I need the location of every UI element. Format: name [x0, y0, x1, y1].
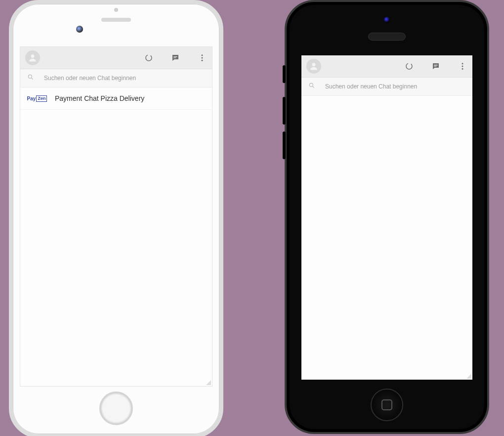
svg-point-0 [31, 54, 35, 58]
chat-list: PayZen Payment Chat Pizza Delivery [20, 87, 212, 386]
svg-point-5 [202, 57, 203, 59]
resize-handle-icon[interactable] [206, 380, 211, 385]
volume-up-button[interactable] [283, 97, 286, 125]
svg-rect-2 [173, 56, 177, 57]
volume-down-button[interactable] [283, 131, 286, 159]
front-camera [384, 17, 390, 23]
svg-line-8 [32, 78, 33, 80]
resize-handle-icon[interactable] [466, 374, 471, 379]
search-placeholder: Suchen oder neuen Chat beginnen [325, 83, 417, 90]
svg-point-14 [462, 66, 463, 67]
svg-point-9 [312, 63, 316, 66]
home-square-icon [381, 399, 392, 410]
chat-app-left: Suchen oder neuen Chat beginnen PayZen P… [20, 47, 212, 386]
svg-point-10 [406, 63, 412, 69]
menu-dots-icon[interactable] [458, 61, 467, 71]
proximity-sensor [114, 8, 118, 12]
chat-header [301, 55, 472, 78]
search-bar[interactable]: Suchen oder neuen Chat beginnen [301, 78, 472, 96]
search-icon [308, 82, 315, 91]
svg-rect-11 [434, 65, 438, 65]
white-phone-mockup: Suchen oder neuen Chat beginnen PayZen P… [9, 0, 223, 436]
profile-avatar-icon[interactable] [306, 59, 321, 74]
home-button[interactable] [99, 392, 133, 425]
status-ring-icon[interactable] [144, 53, 154, 63]
chat-header [20, 47, 212, 69]
chat-list-empty [301, 96, 472, 380]
menu-dots-icon[interactable] [197, 53, 207, 63]
svg-point-15 [462, 68, 463, 70]
chat-avatar-payzen: PayZen [26, 92, 48, 104]
chat-title: Payment Chat Pizza Delivery [55, 94, 144, 102]
home-button[interactable] [371, 389, 403, 421]
profile-avatar-icon[interactable] [25, 50, 40, 65]
svg-point-13 [462, 63, 463, 64]
front-camera [76, 26, 83, 33]
chat-app-right: Suchen oder neuen Chat beginnen [301, 55, 472, 380]
search-icon [27, 74, 34, 83]
black-phone-mockup: Suchen oder neuen Chat beginnen [285, 0, 489, 434]
avatar-text-a: Pay [27, 96, 36, 101]
ear-speaker [101, 18, 131, 22]
chat-list-item[interactable]: PayZen Payment Chat Pizza Delivery [20, 87, 212, 110]
svg-point-16 [309, 83, 313, 87]
svg-point-4 [202, 54, 203, 56]
svg-line-17 [313, 87, 314, 88]
new-chat-icon[interactable] [431, 61, 441, 71]
ear-speaker [368, 33, 406, 41]
svg-rect-12 [434, 66, 436, 66]
search-placeholder: Suchen oder neuen Chat beginnen [44, 75, 136, 82]
mute-switch[interactable] [283, 65, 286, 83]
svg-point-7 [28, 75, 32, 78]
avatar-text-b: Zen [36, 95, 47, 102]
svg-point-1 [146, 55, 152, 61]
status-ring-icon[interactable] [404, 61, 414, 71]
new-chat-icon[interactable] [170, 53, 180, 63]
black-phone-screen: Suchen oder neuen Chat beginnen [301, 55, 472, 380]
search-bar[interactable]: Suchen oder neuen Chat beginnen [20, 69, 212, 87]
svg-point-6 [202, 60, 203, 61]
svg-rect-3 [173, 57, 176, 58]
white-phone-screen: Suchen oder neuen Chat beginnen PayZen P… [20, 46, 212, 387]
